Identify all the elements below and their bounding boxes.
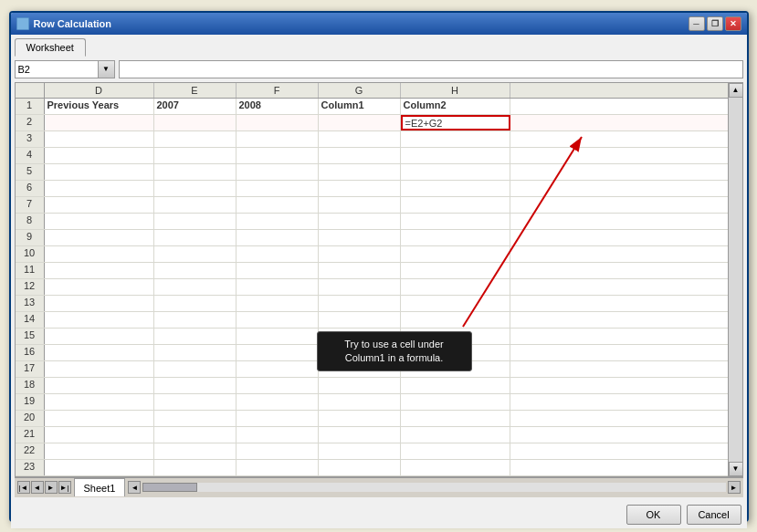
table-row: 14 — [16, 312, 728, 329]
scrollbar-h-container: ◄ ► — [125, 480, 742, 495]
cell-e1[interactable]: 2007 — [154, 99, 237, 114]
row-num-1: 1 — [16, 99, 45, 114]
window-icon — [16, 17, 29, 30]
scroll-up-button[interactable]: ▲ — [729, 83, 743, 98]
close-button[interactable]: ✕ — [725, 16, 741, 31]
sheet-nav-next[interactable]: ► — [45, 481, 58, 494]
grid-header: D E F G H — [16, 83, 728, 99]
name-box-row: B2 ▼ — [15, 60, 743, 78]
sheet-nav-prev[interactable]: ◄ — [31, 481, 44, 494]
cell-g1[interactable]: Column1 — [319, 99, 401, 114]
row-num-header — [16, 83, 45, 98]
sheet-nav-last[interactable]: ►| — [58, 481, 71, 494]
scroll-h-thumb[interactable] — [142, 483, 197, 492]
table-row: 11 — [16, 263, 728, 279]
title-bar-left: Row Calculation — [16, 17, 112, 30]
spreadsheet-area: D E F G H 1 Previous Years 2007 2008 Col… — [16, 83, 728, 476]
name-box-value: B2 — [16, 63, 98, 76]
table-row: 9 — [16, 230, 728, 246]
sheet-nav-first[interactable]: |◄ — [17, 481, 30, 494]
table-row: 6 — [16, 181, 728, 197]
cancel-button[interactable]: Cancel — [687, 505, 741, 525]
table-row: 16 — [16, 345, 728, 361]
table-row: 22 — [16, 443, 728, 460]
cell-f2[interactable] — [237, 115, 319, 130]
scroll-v-track[interactable] — [729, 98, 742, 462]
bottom-bar: |◄ ◄ ► ►| Sheet1 ◄ ► — [15, 477, 743, 497]
table-row: 15 — [16, 329, 728, 345]
table-row: 19 — [16, 394, 728, 411]
tab-worksheet[interactable]: Worksheet — [15, 38, 86, 57]
ok-cancel-bar: OK Cancel — [11, 501, 747, 528]
main-window: Row Calculation ─ ❐ ✕ Worksheet B2 ▼ — [9, 11, 749, 522]
col-header-e: E — [154, 83, 237, 98]
table-row: 1 Previous Years 2007 2008 Column1 Colum… — [16, 99, 728, 115]
col-header-f: F — [237, 83, 319, 98]
cell-h1[interactable]: Column2 — [401, 99, 510, 114]
col-header-h: H — [401, 83, 510, 98]
table-row: 17 — [16, 361, 728, 378]
cell-g2[interactable] — [319, 115, 401, 130]
cell-d2[interactable] — [45, 115, 154, 130]
row-num-2: 2 — [16, 115, 45, 130]
tab-bar: Worksheet — [15, 38, 743, 57]
table-row: 2 =E2+G2 — [16, 115, 728, 131]
table-row: 5 — [16, 164, 728, 181]
col-header-g: G — [319, 83, 401, 98]
cell-f1[interactable]: 2008 — [237, 99, 319, 114]
window-title: Row Calculation — [34, 18, 112, 29]
scroll-left-button[interactable]: ◄ — [128, 481, 141, 494]
name-box[interactable]: B2 ▼ — [15, 60, 115, 78]
cell-e2[interactable] — [154, 115, 237, 130]
ok-button[interactable]: OK — [626, 505, 681, 525]
table-row: 23 — [16, 460, 728, 476]
spreadsheet-container: D E F G H 1 Previous Years 2007 2008 Col… — [15, 82, 743, 477]
cell-h2-selected[interactable]: =E2+G2 — [401, 115, 510, 130]
name-box-dropdown[interactable]: ▼ — [98, 61, 114, 78]
scroll-down-button[interactable]: ▼ — [729, 462, 743, 476]
table-row: 18 — [16, 378, 728, 394]
table-row: 21 — [16, 427, 728, 443]
grid-body: 1 Previous Years 2007 2008 Column1 Colum… — [16, 99, 728, 476]
sheet-tab-1[interactable]: Sheet1 — [74, 478, 126, 496]
table-row: 12 — [16, 279, 728, 296]
window-body: Worksheet B2 ▼ D E F G H — [11, 35, 747, 501]
minimize-button[interactable]: ─ — [689, 16, 705, 31]
table-row: 8 — [16, 214, 728, 230]
scroll-right-button[interactable]: ► — [728, 481, 741, 494]
title-buttons: ─ ❐ ✕ — [689, 16, 741, 31]
restore-button[interactable]: ❐ — [707, 16, 723, 31]
formula-bar[interactable] — [119, 60, 743, 78]
sheet-nav: |◄ ◄ ► ►| — [15, 480, 74, 495]
svg-rect-0 — [18, 19, 27, 23]
table-row: 10 — [16, 246, 728, 263]
scrollbar-vertical[interactable]: ▲ ▼ — [728, 83, 742, 476]
scroll-h-track[interactable] — [142, 483, 725, 492]
svg-rect-1 — [18, 24, 22, 27]
table-row: 3 — [16, 131, 728, 148]
table-row: 7 — [16, 197, 728, 214]
table-row: 13 — [16, 296, 728, 312]
cell-d1[interactable]: Previous Years — [45, 99, 154, 114]
table-row: 20 — [16, 411, 728, 427]
table-row: 4 — [16, 148, 728, 164]
col-header-d: D — [45, 83, 154, 98]
svg-rect-2 — [23, 24, 26, 27]
title-bar: Row Calculation ─ ❐ ✕ — [11, 13, 747, 35]
